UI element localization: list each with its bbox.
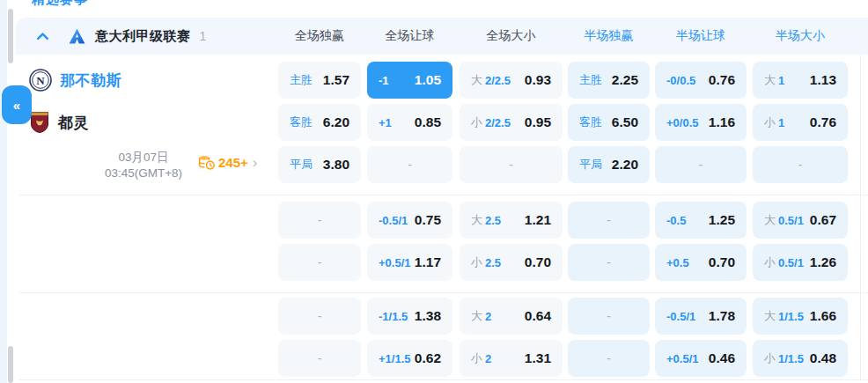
odds-value: 0.48: [810, 350, 836, 366]
odds-cell: -: [460, 146, 563, 183]
odds-cell[interactable]: -0.5/11.78: [655, 298, 747, 335]
odds-cell[interactable]: -0.5/10.75: [367, 202, 452, 239]
odds-value: 1.16: [709, 114, 735, 130]
odds-value: 1.17: [415, 254, 441, 270]
odds-value: 0.64: [525, 308, 551, 324]
away-team-row[interactable]: 都灵: [29, 109, 89, 136]
empty-odds: -: [798, 158, 803, 172]
odds-cell[interactable]: 小10.76: [753, 104, 848, 141]
scrollbar-thumb[interactable]: [8, 346, 13, 383]
odds-value: 1.26: [810, 254, 836, 270]
handicap-line: 1: [778, 74, 784, 87]
more-markets-link[interactable]: 245+ ›: [198, 155, 257, 170]
odds-cell[interactable]: -1/1.51.38: [367, 298, 452, 335]
sports-betting-odds-screen: 精选赛事 意大利甲级联赛 1: [0, 0, 868, 383]
odds-value: 1.13: [810, 72, 836, 88]
odds-cell[interactable]: 小2/2.50.95: [460, 104, 563, 141]
odds-label-group: +0.5/1: [666, 352, 699, 365]
odds-cell[interactable]: -0.51.25: [655, 202, 747, 239]
odds-cell[interactable]: +0/0.51.16: [655, 104, 747, 141]
home-team-row[interactable]: N 那不勒斯: [29, 67, 121, 93]
clipped-top-tab-label: 精选赛事: [32, 0, 106, 8]
odds-value: 0.76: [810, 114, 836, 130]
odds-cell: -: [655, 146, 747, 183]
coins-clock-icon: [198, 155, 215, 170]
odds-cell[interactable]: +0.50.70: [655, 244, 747, 281]
handicap-line: +0.5/1: [666, 352, 699, 365]
odds-label-group: 客胜: [579, 114, 602, 130]
odds-value: 0.85: [415, 114, 441, 130]
card-bottom-divider: [19, 379, 868, 380]
odds-tag: 大: [764, 212, 776, 228]
odds-cell[interactable]: 小21.31: [460, 340, 563, 377]
odds-label-group: 小2: [471, 350, 491, 366]
odds-cell[interactable]: 大11.13: [753, 62, 848, 99]
odds-cell[interactable]: +1/1.50.62: [367, 340, 452, 377]
more-markets-count: 245+: [218, 155, 248, 170]
odds-tag: 客胜: [290, 114, 313, 130]
odds-cell[interactable]: +0.5/10.46: [655, 340, 747, 377]
odds-cell: -: [568, 340, 650, 377]
odds-value: 1.66: [810, 308, 836, 324]
odds-cell[interactable]: 平局3.80: [278, 146, 361, 183]
odds-value: 0.75: [415, 212, 441, 228]
odds-cell[interactable]: 大2/2.50.93: [460, 62, 563, 99]
odds-cell[interactable]: 客胜6.20: [278, 104, 361, 141]
odds-value: 0.76: [709, 72, 735, 88]
odds-label-group: 主胜: [290, 72, 313, 88]
odds-cell[interactable]: 主胜2.25: [568, 62, 650, 99]
odds-cell[interactable]: 小1/1.50.48: [753, 340, 848, 377]
odds-label-group: -0.5: [666, 214, 686, 227]
svg-text:N: N: [36, 74, 45, 87]
odds-cell[interactable]: 大2.51.21: [460, 202, 563, 239]
handicap-line: 1: [778, 116, 784, 129]
odds-cell[interactable]: -11.05: [367, 62, 452, 99]
odds-label-group: 小2.5: [471, 254, 501, 270]
odds-cell: -: [568, 244, 650, 281]
odds-cell[interactable]: 平局2.20: [568, 146, 650, 183]
odds-label-group: 大2/2.5: [471, 72, 511, 88]
odds-cell[interactable]: +0.5/11.17: [367, 244, 452, 281]
empty-odds: -: [318, 255, 322, 269]
odds-tag: 小: [764, 114, 776, 130]
handicap-line: 1/1.5: [778, 310, 804, 323]
odds-tag: 平局: [579, 157, 602, 173]
odds-value: 0.70: [709, 254, 735, 270]
odds-cell[interactable]: 主胜1.57: [278, 62, 361, 99]
odds-value: 1.38: [415, 308, 441, 324]
handicap-line: 2.5: [485, 214, 501, 227]
odds-cell[interactable]: 小0.5/11.26: [753, 244, 848, 281]
odds-cell: -: [278, 298, 361, 335]
odds-label-group: +1: [379, 116, 392, 129]
scrollbar-thumb[interactable]: [8, 9, 13, 63]
odds-label-group: 小0.5/1: [764, 254, 804, 270]
odds-cell[interactable]: 小2.50.70: [460, 244, 563, 281]
odds-cell[interactable]: 客胜6.50: [568, 104, 650, 141]
sidebar-collapse-button[interactable]: «: [2, 85, 32, 124]
league-name: 意大利甲级联赛: [95, 28, 191, 45]
odds-tag: 小: [471, 254, 482, 270]
odds-cell[interactable]: 大1/1.51.66: [753, 298, 848, 335]
clipped-top-tab[interactable]: 精选赛事: [32, 0, 106, 8]
handicap-line: -1/1.5: [379, 310, 408, 323]
odds-label-group: 大1: [764, 72, 784, 88]
group-divider: [19, 195, 868, 195]
away-team-name: 都灵: [58, 113, 89, 133]
odds-cell[interactable]: 大0.5/10.67: [753, 202, 848, 239]
napoli-crest-icon: N: [29, 69, 52, 92]
odds-tag: 客胜: [579, 114, 602, 130]
odds-cell[interactable]: -0/0.50.76: [655, 62, 747, 99]
handicap-line: 2/2.5: [485, 74, 511, 87]
chevron-up-icon[interactable]: [35, 29, 50, 44]
odds-label-group: -0/0.5: [666, 74, 695, 87]
odds-value: 0.70: [525, 254, 551, 270]
empty-odds: -: [408, 158, 412, 172]
odds-label-group: 大1/1.5: [764, 308, 804, 324]
odds-tag: 大: [471, 212, 482, 228]
odds-value: 0.93: [525, 72, 551, 88]
handicap-line: +1: [379, 116, 392, 129]
empty-odds: -: [699, 158, 703, 172]
odds-cell[interactable]: 大20.64: [460, 298, 563, 335]
odds-label-group: -0.5/1: [666, 310, 695, 323]
odds-cell[interactable]: +10.85: [367, 104, 452, 141]
